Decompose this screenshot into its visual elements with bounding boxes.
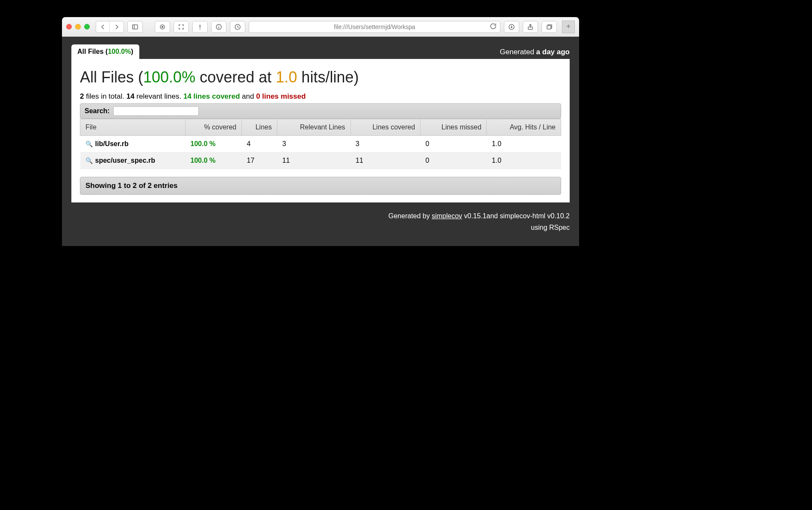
close-window-button[interactable] xyxy=(66,24,72,29)
cell-miss: 0 xyxy=(421,136,487,152)
cell-pct: 100.0 % xyxy=(185,152,242,169)
search-bar: Search: xyxy=(80,103,561,119)
svg-rect-5 xyxy=(200,29,200,29)
col-relevant[interactable]: Relevant Lines xyxy=(277,119,350,136)
reload-button[interactable] xyxy=(490,23,497,31)
file-name: spec/user_spec.rb xyxy=(95,157,156,164)
generated-timestamp: Generated a day ago xyxy=(500,48,570,59)
browser-window: file:///Users/settermjd/Workspa + All Fi… xyxy=(62,17,579,246)
table-header-row: File % covered Lines Relevant Lines Line… xyxy=(80,119,561,136)
heading-hits: 1.0 xyxy=(276,68,297,86)
table-row[interactable]: 🔍spec/user_spec.rb 100.0 % 17 11 11 0 1.… xyxy=(80,152,561,169)
cell-cov: 3 xyxy=(350,136,420,152)
window-controls xyxy=(66,24,90,29)
col-avg[interactable]: Avg. Hits / Line xyxy=(487,119,561,136)
extension-button-2[interactable] xyxy=(192,21,208,33)
search-input[interactable] xyxy=(113,106,199,116)
search-label: Search: xyxy=(85,107,110,115)
cell-rel: 11 xyxy=(277,152,350,169)
fullscreen-button[interactable] xyxy=(174,21,189,33)
chevron-left-icon xyxy=(100,23,106,30)
target-icon xyxy=(159,23,166,30)
history-button[interactable] xyxy=(230,21,245,33)
tabs-icon xyxy=(546,23,553,30)
info-icon xyxy=(215,23,222,30)
browser-toolbar: file:///Users/settermjd/Workspa + xyxy=(62,17,579,37)
download-icon xyxy=(508,23,515,30)
tab-pct: 100.0% xyxy=(108,48,131,55)
col-file[interactable]: File xyxy=(80,119,185,136)
sidebar-icon xyxy=(132,23,138,30)
url-text: file:///Users/settermjd/Workspa xyxy=(334,23,415,30)
cell-rel: 3 xyxy=(277,136,350,152)
simplecov-link[interactable]: simplecov xyxy=(432,212,462,220)
forward-button[interactable] xyxy=(110,21,124,32)
svg-rect-12 xyxy=(547,26,551,29)
share-button[interactable] xyxy=(523,21,538,33)
col-missed[interactable]: Lines missed xyxy=(421,119,487,136)
tab-all-files[interactable]: All Files (100.0%) xyxy=(71,44,139,59)
page-content: All Files (100.0%) Generated a day ago A… xyxy=(62,37,579,246)
new-tab-button[interactable]: + xyxy=(562,21,575,33)
coverage-table: File % covered Lines Relevant Lines Line… xyxy=(80,119,561,169)
col-lines[interactable]: Lines xyxy=(241,119,277,136)
address-bar[interactable]: file:///Users/settermjd/Workspa xyxy=(249,21,500,33)
downloads-button[interactable] xyxy=(504,21,519,33)
cell-miss: 0 xyxy=(421,152,487,169)
cell-pct: 100.0 % xyxy=(185,136,242,152)
table-row[interactable]: 🔍lib/User.rb 100.0 % 4 3 3 0 1.0 xyxy=(80,136,561,152)
back-button[interactable] xyxy=(96,21,110,32)
clock-icon xyxy=(234,23,241,30)
svg-rect-4 xyxy=(200,25,200,28)
plus-icon: + xyxy=(566,22,571,31)
stats-line: 2 files in total. 14 relevant lines. 14 … xyxy=(80,92,561,101)
cell-avg: 1.0 xyxy=(487,136,561,152)
coverage-tabbar: All Files (100.0%) Generated a day ago xyxy=(62,37,579,59)
minimize-window-button[interactable] xyxy=(75,24,81,29)
reload-icon xyxy=(490,23,497,29)
svg-rect-0 xyxy=(132,25,138,29)
cell-cov: 11 xyxy=(350,152,420,169)
generator-footer: Generated by simplecov v0.15.1and simple… xyxy=(62,202,579,233)
entries-footer: Showing 1 to 2 of 2 entries xyxy=(80,177,561,195)
tab-label: All Files xyxy=(77,48,103,55)
coverage-panel: All Files (100.0% covered at 1.0 hits/li… xyxy=(71,59,570,202)
zoom-window-button[interactable] xyxy=(84,24,90,29)
nav-back-forward xyxy=(96,21,124,33)
sidebar-button[interactable] xyxy=(127,21,143,33)
col-pct[interactable]: % covered xyxy=(185,119,242,136)
tabs-button[interactable] xyxy=(541,21,557,33)
magnifier-icon: 🔍 xyxy=(85,141,93,147)
extension-button-3[interactable] xyxy=(211,21,227,33)
col-covered[interactable]: Lines covered xyxy=(350,119,420,136)
page-heading: All Files (100.0% covered at 1.0 hits/li… xyxy=(80,68,561,86)
svg-point-3 xyxy=(162,26,163,27)
cell-lines: 17 xyxy=(241,152,277,169)
share-icon xyxy=(527,23,534,30)
magnifier-icon: 🔍 xyxy=(85,157,93,164)
extension-button-1[interactable] xyxy=(155,21,170,33)
heading-pct: 100.0% xyxy=(143,68,195,86)
chevron-right-icon xyxy=(113,23,120,30)
svg-point-8 xyxy=(218,25,219,26)
file-name: lib/User.rb xyxy=(95,140,129,148)
cell-lines: 4 xyxy=(241,136,277,152)
cell-avg: 1.0 xyxy=(487,152,561,169)
expand-icon xyxy=(178,23,185,30)
alert-icon xyxy=(197,23,203,30)
